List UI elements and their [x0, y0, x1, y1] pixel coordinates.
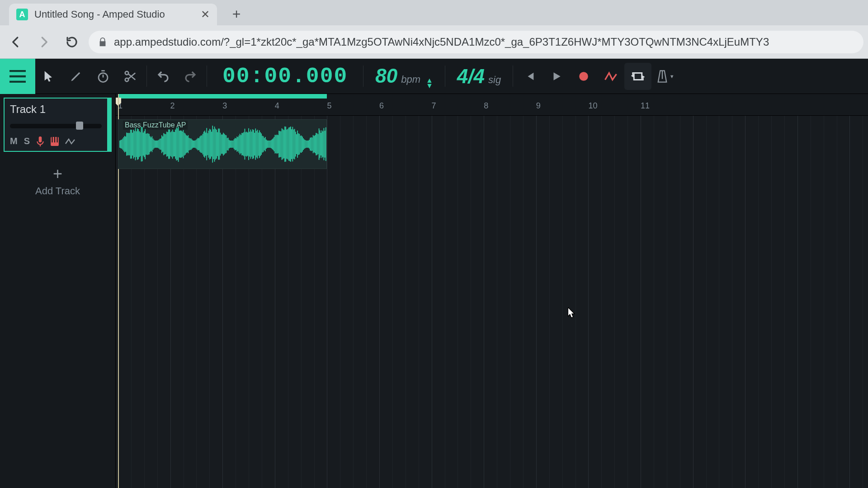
- svg-rect-101: [209, 129, 210, 160]
- grid-line: [654, 116, 654, 488]
- svg-rect-187: [293, 130, 294, 159]
- svg-rect-116: [224, 134, 225, 155]
- solo-button[interactable]: S: [24, 136, 30, 146]
- add-track-button[interactable]: + Add Track: [0, 155, 115, 206]
- svg-rect-114: [222, 135, 223, 154]
- svg-rect-123: [231, 141, 231, 148]
- grid-line: [837, 116, 837, 488]
- svg-rect-160: [267, 141, 268, 148]
- svg-rect-142: [249, 131, 250, 156]
- loop-button[interactable]: [624, 63, 651, 90]
- bpm-control[interactable]: 80 bpm ▲ ▼: [366, 65, 442, 88]
- waveform-icon: [118, 125, 327, 164]
- browser-toolbar: app.ampedstudio.com/?_gl=1*zkt20c*_ga*MT…: [0, 25, 868, 59]
- arrange-area[interactable]: 1234567891011 Bass FuzzTube AP: [116, 94, 868, 488]
- svg-rect-35: [145, 129, 146, 160]
- svg-rect-96: [204, 131, 205, 158]
- svg-rect-193: [299, 134, 300, 155]
- rewind-button[interactable]: [516, 63, 543, 90]
- svg-rect-47: [156, 141, 157, 148]
- metronome-button[interactable]: ▼: [651, 63, 679, 90]
- svg-rect-13: [123, 137, 124, 151]
- time-signature-control[interactable]: 4/4 sig: [448, 65, 510, 88]
- grid-line: [497, 116, 497, 488]
- automation-lane-icon[interactable]: [65, 137, 75, 145]
- volume-thumb[interactable]: [76, 122, 83, 130]
- bar-number: 2: [170, 101, 175, 111]
- record-button[interactable]: [570, 63, 597, 90]
- new-tab-button[interactable]: +: [227, 5, 246, 23]
- close-tab-icon[interactable]: ✕: [201, 8, 210, 21]
- daw-app: 00:00.000 80 bpm ▲ ▼ 4/4 sig: [0, 59, 868, 488]
- svg-rect-44: [154, 140, 155, 148]
- grid-line: [510, 116, 510, 488]
- svg-rect-81: [190, 138, 191, 150]
- address-bar[interactable]: app.ampedstudio.com/?_gl=1*zkt20c*_ga*MT…: [89, 31, 863, 53]
- svg-rect-94: [203, 134, 203, 155]
- svg-rect-175: [282, 128, 283, 160]
- track-header[interactable]: Track 1 M S: [4, 98, 112, 152]
- bpm-spinner[interactable]: ▲ ▼: [426, 78, 433, 88]
- svg-rect-212: [318, 134, 319, 154]
- back-button[interactable]: [5, 31, 27, 53]
- bpm-value: 80: [375, 65, 397, 87]
- grid-line: [745, 116, 745, 488]
- svg-rect-89: [198, 138, 198, 150]
- svg-rect-8: [57, 137, 57, 142]
- volume-slider[interactable]: [10, 124, 102, 128]
- svg-rect-153: [260, 132, 261, 156]
- svg-rect-25: [135, 128, 136, 160]
- svg-rect-9: [119, 141, 120, 148]
- grid-line: [366, 116, 367, 488]
- undo-button[interactable]: [150, 63, 177, 90]
- svg-rect-71: [180, 131, 181, 158]
- svg-rect-109: [217, 132, 218, 156]
- chevron-down-icon[interactable]: ▼: [670, 74, 675, 79]
- svg-rect-102: [210, 130, 211, 159]
- svg-rect-191: [297, 131, 298, 158]
- svg-rect-221: [326, 130, 327, 158]
- svg-rect-64: [173, 132, 174, 157]
- svg-rect-169: [276, 135, 277, 153]
- loop-region[interactable]: [118, 94, 327, 99]
- forward-button[interactable]: [33, 31, 55, 53]
- svg-rect-6: [52, 137, 52, 142]
- time-display[interactable]: 00:00.000: [210, 64, 360, 89]
- svg-rect-141: [248, 128, 249, 160]
- svg-rect-155: [262, 136, 263, 152]
- svg-rect-92: [200, 136, 201, 153]
- grid-line: [824, 116, 824, 488]
- timeline-ruler[interactable]: 1234567891011: [116, 94, 868, 116]
- svg-rect-163: [270, 141, 271, 148]
- svg-rect-208: [314, 136, 315, 152]
- svg-rect-78: [187, 136, 188, 152]
- grid-line: [576, 116, 576, 488]
- svg-rect-48: [157, 141, 158, 148]
- play-button[interactable]: [543, 63, 570, 90]
- svg-rect-12: [123, 138, 123, 150]
- audio-clip[interactable]: Bass FuzzTube AP: [118, 119, 327, 169]
- mic-arm-icon[interactable]: [36, 136, 44, 146]
- svg-point-1: [125, 71, 129, 75]
- pencil-tool[interactable]: [62, 63, 90, 90]
- automation-button[interactable]: [597, 63, 624, 90]
- chevron-down-icon[interactable]: ▼: [426, 84, 433, 88]
- track-name[interactable]: Track 1: [10, 103, 102, 116]
- pointer-tool[interactable]: [35, 63, 62, 90]
- stopwatch-tool[interactable]: [90, 63, 117, 90]
- mute-button[interactable]: M: [10, 136, 18, 146]
- scissors-tool[interactable]: [117, 63, 144, 90]
- svg-rect-173: [279, 131, 280, 157]
- reload-button[interactable]: [61, 31, 83, 53]
- svg-rect-137: [245, 129, 245, 160]
- midi-arm-icon[interactable]: [51, 137, 59, 146]
- svg-rect-49: [159, 140, 160, 149]
- svg-rect-20: [130, 130, 131, 159]
- grid-line: [196, 116, 197, 488]
- menu-button[interactable]: [0, 59, 35, 94]
- browser-tab[interactable]: A Untitled Song - Amped Studio ✕: [9, 4, 217, 25]
- redo-button[interactable]: [177, 63, 204, 90]
- svg-rect-118: [226, 135, 227, 153]
- grid-line: [549, 116, 550, 488]
- svg-rect-27: [137, 128, 138, 160]
